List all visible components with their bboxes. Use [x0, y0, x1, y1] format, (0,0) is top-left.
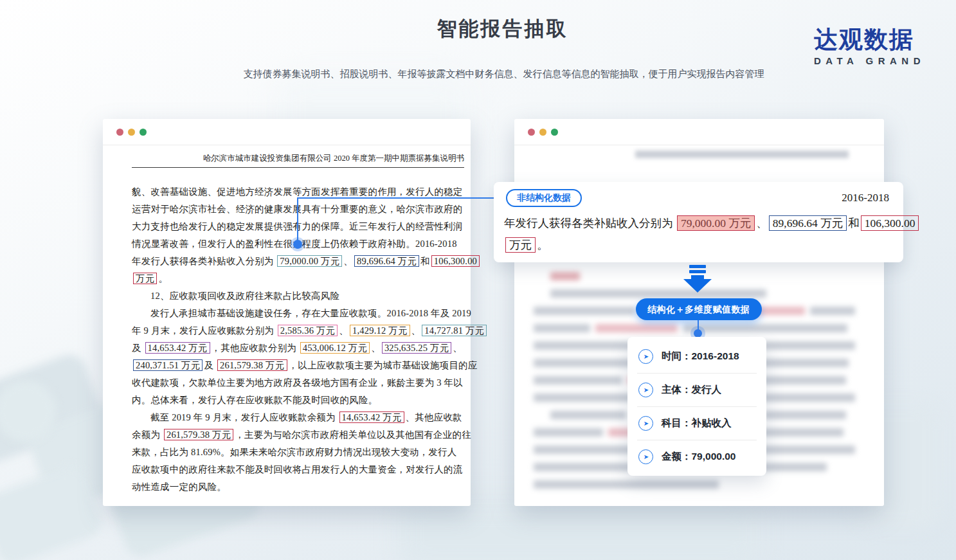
doc-text: 余额为: [132, 429, 163, 440]
doc-text: 应收款项中的政府往来款不能及时回收将占用发行人的大量资金，对发行人的流: [132, 464, 463, 474]
extracted-value: 89,696.64 万元: [354, 255, 419, 267]
extracted-value: 万元: [133, 273, 157, 284]
doc-text: 截至 2019 年 9 月末，发行人应收账款余额为: [150, 412, 338, 422]
doc-line: 发行人承担城市基础设施建设任务，存在大量应收款项。2016-2018 年及 20…: [132, 305, 466, 322]
document-body: 貌、改善基础设施、促进地方经济发展等方面发挥着重要的作用，发行人的稳定运营对于哈…: [132, 183, 466, 496]
page-title: 智能报告抽取: [437, 15, 568, 42]
doc-text: 及: [132, 343, 144, 353]
extracted-value: 万元: [505, 237, 536, 253]
arrow-circle-icon: ➤: [638, 449, 653, 464]
connector-line-vertical: [297, 197, 298, 242]
extracted-value: 79,000.00 万元: [677, 215, 755, 231]
doc-text: 、: [343, 256, 353, 266]
extracted-value: 261,579.38 万元: [164, 429, 233, 440]
doc-line: 内。总体来看，发行人存在应收账款不能及时回收的风险。: [132, 392, 466, 409]
blurred-text-segment: [683, 324, 847, 332]
anchor-dot: [293, 240, 302, 249]
doc-text: 、: [756, 217, 768, 230]
doc-text: 年发行人获得各类补贴收入分别为: [504, 217, 676, 230]
doc-text: ，其他应收款分别为: [212, 343, 299, 353]
doc-line: 12、应收款项回收及政府往来款占比较高风险: [132, 287, 466, 305]
blurred-text-segment: [810, 307, 855, 315]
doc-text: 。: [537, 239, 548, 251]
structured-data-badge[interactable]: 结构化＋多维度赋值数据: [636, 298, 762, 320]
arrow-circle-icon: ➤: [638, 383, 653, 397]
doc-text: 、: [371, 343, 381, 353]
page: { "page": { "title": "智能报告抽取", "subtitle…: [0, 0, 956, 560]
blurred-text-segment: [534, 428, 603, 437]
doc-text: 及: [204, 360, 216, 370]
extracted-value: 106,300.00: [861, 215, 919, 231]
doc-text: 来款，占比为 81.69%。如果未来哈尔滨市政府财力情况出现较大变动，发行人: [132, 447, 456, 457]
extracted-value: 261,579.38 万元: [217, 359, 287, 371]
result-row-label: 主体：发行人: [662, 383, 721, 397]
doc-text: 年发行人获得各类补贴收入分别为: [132, 256, 276, 266]
blurred-text-segment: [550, 272, 580, 280]
doc-text: 和: [848, 217, 860, 230]
doc-line: 240,371.51 万元及 261,579.38 万元，以上应收款项主要为城市…: [132, 357, 466, 374]
doc-line: 来款，占比为 81.69%。如果未来哈尔滨市政府财力情况出现较大变动，发行人: [132, 444, 466, 461]
yellow-dot-icon: [128, 129, 135, 136]
blurred-text-segment: [534, 376, 622, 384]
document-window-left: 哈尔滨市城市建设投资集团有限公司 2020 年度第一期中期票据募集说明书 貌、改…: [103, 119, 471, 506]
doc-text: ，以上应收款项主要为城市基础设施项目的应: [289, 360, 478, 370]
doc-line: 年 9 月末，发行人应收账款分别为 2,585.36 万元、1,429.12 万…: [132, 322, 466, 339]
doc-text: 貌、改善基础设施、促进地方经济发展等方面发挥着重要的作用，发行人的稳定: [132, 186, 463, 197]
doc-line: 收代建款项，欠款单位主要为地方政府及各级地方国有企业，账龄主要为 3 年以: [132, 374, 466, 392]
doc-text: ，主要为与哈尔滨市政府相关单位以及其他国有企业的往: [235, 429, 471, 440]
logo-en: DATA GRAND: [814, 55, 925, 66]
result-row: ➤主体：发行人: [627, 374, 766, 406]
unstructured-data-badge[interactable]: 非结构化数据: [506, 189, 582, 207]
red-dot-icon: [528, 129, 535, 136]
page-subtitle: 支持债券募集说明书、招股说明书、年报等披露文档中财务信息、发行信息等信息的智能抽…: [244, 68, 764, 80]
doc-text: 内。总体来看，发行人存在应收账款不能及时回收的风险。: [132, 395, 377, 405]
green-dot-icon: [551, 129, 558, 136]
window-dots: [116, 129, 147, 136]
window-titlebar: [103, 119, 471, 145]
result-card: ➤时间：2016-2018➤主体：发行人➤科目：补贴收入➤金额：79,000.0…: [627, 337, 766, 476]
doc-line: 动性造成一定的风险。: [132, 478, 466, 496]
yellow-dot-icon: [539, 129, 546, 136]
extracted-value: 325,635.25 万元: [382, 342, 451, 354]
extracted-value: 106,300.00: [431, 255, 480, 267]
blurred-text-segment: [550, 289, 766, 298]
extracted-value: 453,006.12 万元: [300, 342, 370, 354]
doc-text: 12、应收款项回收及政府往来款占比较高风险: [150, 291, 339, 301]
result-row: ➤金额：79,000.00: [627, 440, 766, 473]
result-row-label: 时间：2016-2018: [662, 350, 739, 363]
blurred-text-segment: [534, 307, 635, 315]
doc-text: 、: [339, 325, 348, 336]
extracted-value: 89,696.64 万元: [769, 215, 847, 231]
doc-line: 及 14,653.42 万元，其他应收款分别为 453,006.12 万元、32…: [132, 339, 466, 357]
doc-text: 、: [411, 325, 421, 336]
doc-line: 余额为 261,579.38 万元，主要为与哈尔滨市政府相关单位以及其他国有企业…: [132, 426, 466, 444]
extracted-value: 14,653.42 万元: [145, 342, 210, 354]
down-arrow-icon: [681, 265, 714, 296]
year-range-label: 2016-2018: [842, 192, 889, 204]
extracted-value: 1,429.12 万元: [350, 325, 410, 336]
blurred-text-line: [534, 480, 865, 489]
blurred-document-title: [635, 150, 849, 158]
doc-line: 应收款项中的政府往来款不能及时回收将占用发行人的大量资金，对发行人的流: [132, 461, 466, 478]
doc-line: 万元。: [132, 270, 466, 287]
blurred-text-segment: [534, 480, 719, 489]
extracted-value: 79,000.00 万元: [277, 255, 342, 267]
brand-logo: 达观数据 DATA GRAND: [814, 27, 925, 66]
logo-cn: 达观数据: [814, 27, 925, 53]
extracted-value: 14,653.42 万元: [339, 411, 404, 423]
arrow-circle-icon: ➤: [638, 416, 653, 431]
background-blob: [399, 501, 759, 560]
red-dot-icon: [116, 129, 123, 136]
extracted-value: 2,585.36 万元: [278, 325, 338, 336]
window-titlebar: [514, 119, 884, 145]
doc-text: 发行人承担城市基础设施建设任务，存在大量应收款项。2016-2018 年及 20…: [150, 308, 471, 318]
arrow-circle-icon: ➤: [638, 349, 653, 364]
doc-text: 年 9 月末，发行人应收账款分别为: [132, 325, 276, 336]
doc-text: 动性造成一定的风险。: [132, 482, 226, 492]
result-row-label: 金额：79,000.00: [662, 450, 735, 464]
extracted-sentence: 年发行人获得各类补贴收入分别为 79,000.00 万元、89,696.64 万…: [504, 212, 896, 256]
doc-text: 。: [158, 273, 168, 284]
blurred-text-segment: [764, 411, 846, 419]
result-row-label: 科目：补贴收入: [662, 417, 732, 430]
blurred-text-segment: [534, 324, 590, 332]
